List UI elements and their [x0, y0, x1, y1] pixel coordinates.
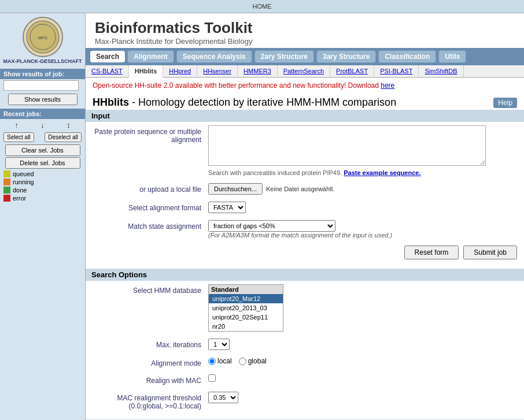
home-link[interactable]: HOME: [253, 3, 272, 10]
db-item-nr20[interactable]: nr20: [209, 322, 283, 331]
error-label: error: [13, 195, 26, 202]
nav-utils-button[interactable]: Utils: [438, 50, 466, 63]
alignment-mode-group: local global: [208, 357, 517, 365]
running-dot: [3, 179, 10, 185]
match-state-label: Match state assignment: [93, 220, 208, 231]
tool-tab-hhsenser[interactable]: HHsenser: [197, 65, 238, 77]
help-button[interactable]: Help: [493, 98, 517, 108]
sort-up-icon[interactable]: ↑: [14, 121, 19, 129]
realign-mac-label: Realign with MAC: [93, 374, 208, 385]
queued-label: queued: [13, 170, 34, 177]
tool-tab-hhblits[interactable]: HHblits: [129, 65, 164, 78]
running-label: running: [13, 179, 34, 185]
tool-name: HHblits: [93, 96, 129, 108]
job-id-input[interactable]: [3, 80, 79, 91]
db-item-uniprot20-2013-03[interactable]: uniprot20_2013_03: [209, 303, 283, 313]
global-radio[interactable]: [239, 358, 246, 365]
nav-sequence-analysis-button[interactable]: Sequence Analysis: [176, 50, 252, 63]
input-section-header: Input: [86, 110, 524, 122]
example-link: Search with pancreatitis induced protein…: [208, 168, 517, 176]
clear-sel-jobs-button[interactable]: Clear sel. Jobs: [5, 144, 80, 156]
done-dot: [3, 187, 10, 194]
org-name: MAX-PLANCK-GESELLSCHAFT: [0, 58, 85, 66]
mac-threshold-select[interactable]: 0.350.10.20.30.40.5: [208, 392, 238, 403]
download-link[interactable]: here: [381, 81, 394, 90]
hmm-db-list: Standard uniprot20_Mar12uniprot20_2013_0…: [208, 284, 283, 332]
deselect-all-button[interactable]: Deselect all: [45, 132, 82, 142]
db-item-uniprot20-mar12[interactable]: uniprot20_Mar12: [209, 294, 283, 303]
tool-tab-hmmer3[interactable]: HMMER3: [238, 65, 278, 77]
alignment-mode-label: Alignment mode: [93, 357, 208, 367]
tool-tab-patternsearch[interactable]: PatternSearch: [278, 65, 330, 77]
reset-form-button[interactable]: Reset form: [404, 246, 459, 259]
db-item-uniprot20-02sep11[interactable]: uniprot20_02Sep11: [209, 313, 283, 322]
sort-arrows: ↑ ↓ ↕: [0, 119, 85, 131]
done-label: done: [13, 187, 27, 194]
upload-button[interactable]: Durchsuchen...: [208, 183, 263, 195]
announcement: Open-source HH-suite 2.0 available with …: [86, 78, 524, 93]
local-radio-label[interactable]: local: [208, 357, 232, 365]
submit-job-button[interactable]: Submit job: [463, 246, 517, 259]
max-iter-label: Max. iterations: [93, 339, 208, 349]
nav-3ary-structure-button[interactable]: 3ary Structure: [316, 50, 376, 63]
tool-tab-protblast[interactable]: ProtBLAST: [330, 65, 374, 77]
alignment-format-label: Select alignment format: [93, 202, 208, 212]
upload-status: Keine Datei ausgewählt.: [266, 185, 335, 192]
upload-label: or upload a local file: [93, 183, 208, 194]
nav-search-button[interactable]: Search: [90, 51, 125, 62]
paste-label: Paste protein sequence or multiple align…: [93, 125, 208, 144]
paste-example-link[interactable]: Paste example sequence.: [344, 169, 420, 176]
alignment-format-select[interactable]: FASTAA2MA3M: [208, 202, 246, 213]
status-list: queued running done error: [0, 170, 85, 202]
max-iter-select[interactable]: 12345678: [208, 339, 230, 350]
page-title: HHblits - Homology detection by iterativ…: [93, 96, 396, 109]
db-group-label: Standard: [209, 285, 283, 294]
delete-sel-jobs-button[interactable]: Delete sel. Jobs: [5, 157, 80, 169]
brand-title: Bioinformatics Toolkit: [95, 19, 515, 37]
tool-tabs: CS-BLASTHHblitsHHpredHHsenserHMMER3Patte…: [86, 65, 524, 78]
tool-tab-simshiftdb[interactable]: SimShiftDB: [419, 65, 463, 77]
recent-jobs-label: Recent jobs:: [0, 109, 85, 119]
search-options-header: Search Options: [86, 269, 524, 281]
org-logo: MPG: [23, 17, 63, 57]
nav-alignment-button[interactable]: Alignment: [127, 50, 174, 63]
select-all-button[interactable]: Select all: [3, 132, 34, 142]
nav-bar: SearchAlignmentSequence Analysis2ary Str…: [86, 48, 524, 65]
tool-tab-psi-blast[interactable]: PSI-BLAST: [374, 65, 419, 77]
nav-classification-button[interactable]: Classification: [378, 50, 436, 63]
svg-text:MPG: MPG: [38, 36, 47, 40]
queued-dot: [3, 170, 10, 177]
match-state-note: (For A2M/A3M format the match assignment…: [208, 232, 517, 239]
tool-tab-hhpred[interactable]: HHpred: [163, 65, 197, 77]
sort-updown-icon[interactable]: ↕: [67, 121, 71, 129]
error-dot: [3, 195, 10, 202]
show-results-section: Show results of job:: [0, 69, 85, 79]
match-state-select[interactable]: fraction of gaps <50%columns that have n…: [208, 220, 335, 232]
tool-tab-cs-blast[interactable]: CS-BLAST: [86, 65, 129, 77]
mac-threshold-label: MAC realignment threshold (0.0:global, >…: [93, 392, 208, 410]
nav-2ary-structure-button[interactable]: 2ary Structure: [254, 50, 314, 63]
global-radio-label[interactable]: global: [239, 357, 267, 365]
show-results-button[interactable]: Show results: [8, 94, 78, 105]
realign-mac-checkbox[interactable]: [208, 374, 216, 382]
tool-description: - Homology detection by iterative HMM-HM…: [129, 96, 396, 108]
sort-down-icon[interactable]: ↓: [40, 121, 45, 129]
sequence-textarea[interactable]: [208, 125, 486, 166]
local-radio[interactable]: [208, 358, 216, 365]
brand-subtitle: Max-Planck Institute for Developmental B…: [95, 37, 515, 46]
hmm-db-label: Select HMM database: [93, 284, 208, 295]
